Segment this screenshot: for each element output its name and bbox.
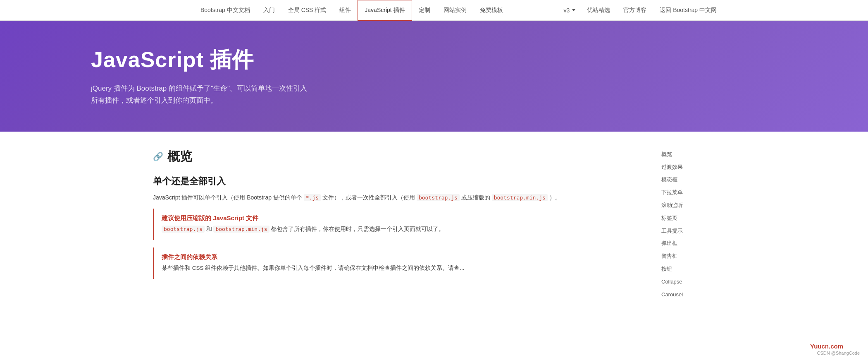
sidebar-item-transitions[interactable]: 过渡效果	[661, 161, 715, 174]
callout-and: 和	[206, 226, 212, 232]
callout-title-1: 建议使用压缩版的 JavaScript 文件	[162, 214, 637, 222]
sidebar-item-popover[interactable]: 弹出框	[661, 237, 715, 250]
intro-text-part4: ）。	[549, 194, 561, 201]
code-bootstrap-js: bootstrap.js	[417, 194, 460, 201]
nav-item-getting-started[interactable]: 入门	[257, 0, 281, 21]
nav-left: Bootstrap 中文文档 入门 全局 CSS 样式 组件 JavaScrip…	[145, 0, 559, 21]
intro-text-part3: 或压缩版的	[461, 194, 490, 201]
sidebar-item-overview[interactable]: 概览	[661, 148, 715, 161]
hero-desc-line1: jQuery 插件为 Bootstrap 的组件赋予了"生命"。可以简单地一次性…	[91, 84, 307, 92]
code-bootstrap-min-js: bootstrap.min.js	[492, 194, 548, 201]
section-heading: 🔗 概览	[153, 148, 645, 165]
callout-code-1: bootstrap.js	[162, 226, 205, 233]
sidebar-item-button[interactable]: 按钮	[661, 263, 715, 276]
link-icon[interactable]: 🔗	[153, 151, 163, 161]
sidebar-item-dropdown[interactable]: 下拉菜单	[661, 186, 715, 199]
nav-item-javascript[interactable]: JavaScript 插件	[358, 0, 412, 21]
sidebar-item-scrollspy[interactable]: 滚动监听	[661, 199, 715, 212]
intro-text-part1: JavaScript 插件可以单个引入（使用 Bootstrap 提供的单个	[153, 194, 302, 201]
nav-item-best-sites[interactable]: 优站精选	[580, 0, 617, 21]
sidebar-item-tabs[interactable]: 标签页	[661, 212, 715, 225]
nav-item-return[interactable]: 返回 Bootstrap 中文网	[653, 0, 723, 21]
callout-title-2: 插件之间的依赖关系	[162, 253, 637, 261]
nav-item-css[interactable]: 全局 CSS 样式	[281, 0, 333, 21]
callout-compressed: 建议使用压缩版的 JavaScript 文件 bootstrap.js 和 bo…	[153, 209, 645, 240]
section-title: 概览	[167, 148, 192, 165]
intro-text-part2: 文件），或者一次性全部引入（使用	[322, 194, 415, 201]
callout-dependency: 插件之间的依赖关系 某些插件和 CSS 组件依赖于其他插件。如果你单个引入每个插…	[153, 247, 645, 279]
hero-desc: jQuery 插件为 Bootstrap 的组件赋予了"生命"。可以简单地一次性…	[91, 83, 339, 107]
navbar: Bootstrap 中文文档 入门 全局 CSS 样式 组件 JavaScrip…	[0, 0, 868, 21]
version-label: v3	[564, 7, 570, 14]
sidebar-item-tooltip[interactable]: 工具提示	[661, 225, 715, 238]
callout-body-2: 某些插件和 CSS 组件依赖于其他插件。如果你单个引入每个插件时，请确保在文档中…	[162, 264, 637, 273]
nav-item-components[interactable]: 组件	[333, 0, 358, 21]
hero-desc-line2: 所有插件，或者逐个引入到你的页面中。	[91, 96, 217, 104]
sidebar-item-carousel[interactable]: Carousel	[661, 288, 715, 301]
callout-code-2: bootstrap.min.js	[213, 226, 269, 233]
page-body: 🔗 概览 单个还是全部引入 JavaScript 插件可以单个引入（使用 Boo…	[145, 132, 723, 318]
subsection-title: 单个还是全部引入	[153, 175, 645, 187]
nav-version-dropdown[interactable]: v3	[559, 0, 581, 21]
callout-body-1: bootstrap.js 和 bootstrap.min.js 都包含了所有插件…	[162, 225, 637, 234]
nav-item-examples[interactable]: 网站实例	[437, 0, 473, 21]
nav-item-blog[interactable]: 官方博客	[617, 0, 653, 21]
hero-section: JavaScript 插件 jQuery 插件为 Bootstrap 的组件赋予…	[0, 21, 868, 132]
chevron-down-icon	[572, 9, 575, 11]
sidebar-item-alert[interactable]: 警告框	[661, 250, 715, 263]
nav-item-free-templates[interactable]: 免费模板	[473, 0, 510, 21]
intro-text: JavaScript 插件可以单个引入（使用 Bootstrap 提供的单个 *…	[153, 192, 645, 203]
nav-item-customize[interactable]: 定制	[412, 0, 437, 21]
nav-right: v3 优站精选 官方博客 返回 Bootstrap 中文网	[559, 0, 724, 21]
sidebar: 概览 过渡效果 模态框 下拉菜单 滚动监听 标签页 工具提示 弹出框 警告框 按…	[661, 148, 715, 301]
nav-item-bootstrap-docs[interactable]: Bootstrap 中文文档	[194, 0, 257, 21]
sidebar-item-collapse[interactable]: Collapse	[661, 276, 715, 288]
code-js-files: *.js	[304, 194, 321, 201]
sidebar-item-modal[interactable]: 模态框	[661, 173, 715, 186]
content-area: 🔗 概览 单个还是全部引入 JavaScript 插件可以单个引入（使用 Boo…	[153, 148, 661, 301]
hero-title: JavaScript 插件	[91, 46, 868, 74]
callout-suffix: 都包含了所有插件，你在使用时，只需选择一个引入页面就可以了。	[271, 226, 444, 232]
